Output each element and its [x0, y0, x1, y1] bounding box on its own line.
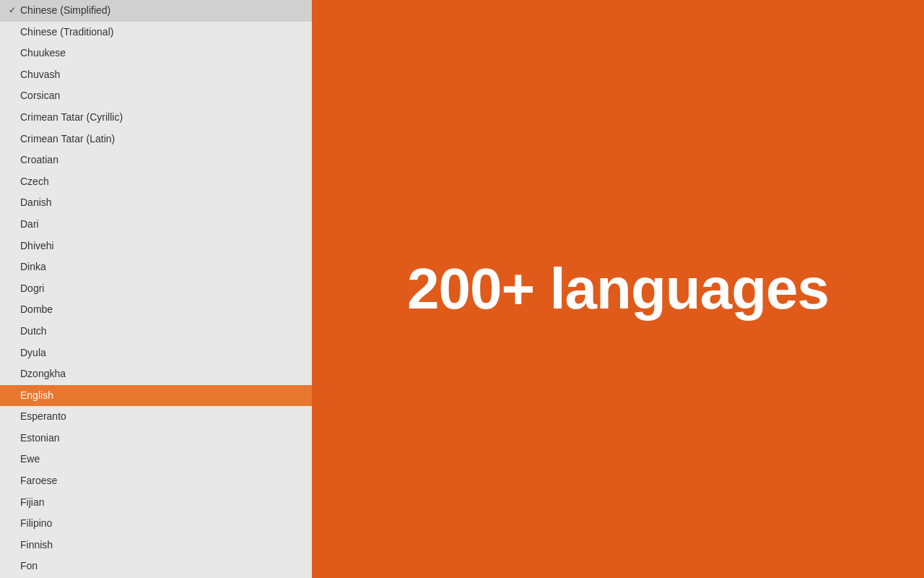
language-label: Crimean Tatar (Latin) — [20, 132, 115, 147]
language-label: Ewe — [20, 452, 40, 467]
language-item[interactable]: Fon — [0, 556, 312, 577]
language-label: Danish — [20, 196, 52, 210]
language-item[interactable]: Dombe — [0, 299, 312, 321]
language-label: Dari — [20, 217, 39, 232]
language-label: Dinka — [20, 260, 46, 275]
language-label: Croatian — [20, 153, 58, 168]
language-item[interactable]: Dogri — [0, 278, 312, 300]
language-label: Dyula — [20, 346, 46, 361]
language-item[interactable]: Dyula — [0, 342, 312, 364]
language-label: Chinese (Simplified) — [20, 4, 110, 18]
language-label: Estonian — [20, 431, 59, 446]
language-label: Faroese — [20, 474, 57, 488]
language-item[interactable]: Dhivehi — [0, 236, 312, 257]
language-label: Fon — [20, 559, 38, 574]
language-label: Dogri — [20, 282, 44, 296]
main-panel: 200+ languages — [312, 0, 924, 578]
language-label: Czech — [20, 175, 49, 189]
hero-text: 200+ languages — [407, 256, 829, 322]
language-dropdown[interactable]: ✓Chinese (Simplified)Chinese (Traditiona… — [0, 0, 312, 578]
language-label: Dzongkha — [20, 367, 66, 381]
language-item[interactable]: Dinka — [0, 256, 312, 278]
language-item[interactable]: Croatian — [0, 150, 312, 171]
language-item[interactable]: English — [0, 385, 312, 407]
language-item[interactable]: Crimean Tatar (Latin) — [0, 129, 312, 150]
language-label: Filipino — [20, 517, 52, 531]
language-item[interactable]: Chuvash — [0, 64, 312, 86]
language-item[interactable]: Chuukese — [0, 43, 312, 64]
language-item[interactable]: Corsican — [0, 85, 312, 107]
language-item[interactable]: Dzongkha — [0, 363, 312, 385]
language-label: Dutch — [20, 324, 47, 339]
language-label: Chinese (Traditional) — [20, 25, 113, 40]
language-label: Dombe — [20, 303, 53, 317]
language-label: Chuukese — [20, 46, 66, 61]
language-item[interactable]: Crimean Tatar (Cyrillic) — [0, 107, 312, 129]
language-item[interactable]: Dari — [0, 214, 312, 236]
language-label: Esperanto — [20, 410, 66, 424]
language-label: Finnish — [20, 538, 53, 553]
language-item[interactable]: Dutch — [0, 321, 312, 342]
language-item[interactable]: Filipino — [0, 513, 312, 535]
language-item[interactable]: Esperanto — [0, 406, 312, 428]
language-label: Dhivehi — [20, 239, 54, 254]
language-item[interactable]: Czech — [0, 171, 312, 193]
language-item[interactable]: Danish — [0, 192, 312, 214]
check-mark-icon: ✓ — [9, 4, 16, 17]
language-label: Chuvash — [20, 68, 60, 82]
language-item[interactable]: Faroese — [0, 470, 312, 492]
language-item[interactable]: Fijian — [0, 492, 312, 514]
language-label: English — [20, 389, 53, 403]
language-item[interactable]: Estonian — [0, 428, 312, 449]
language-item[interactable]: Finnish — [0, 535, 312, 556]
language-item[interactable]: Ewe — [0, 449, 312, 470]
language-label: Fijian — [20, 496, 44, 510]
language-item[interactable]: ✓Chinese (Simplified) — [0, 0, 312, 22]
language-label: Crimean Tatar (Cyrillic) — [20, 111, 123, 125]
language-item[interactable]: Chinese (Traditional) — [0, 22, 312, 43]
language-label: Corsican — [20, 89, 60, 103]
